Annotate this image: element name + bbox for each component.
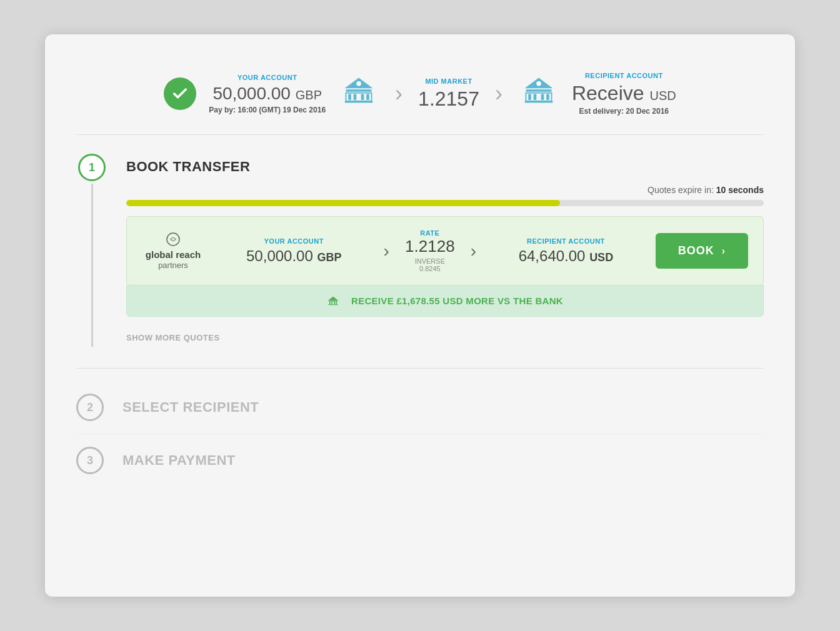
lower-steps: 2 SELECT RECIPIENT 3 MAKE PAYMENT (76, 368, 764, 487)
summary-pay-by: Pay by: 16:00 (GMT) 19 Dec 2016 (209, 106, 326, 114)
book-arrow-icon: › (722, 246, 726, 256)
summary-your-amount: 50,000.00 GBP (209, 84, 326, 104)
book-button[interactable]: BOOK › (656, 233, 748, 269)
quotes-expire-seconds: 10 seconds (716, 185, 764, 195)
svg-rect-6 (345, 101, 373, 102)
quote-arrow-1: › (384, 241, 389, 261)
quote-your-account-label: YOUR ACCOUNT (217, 237, 371, 245)
step2-circle: 2 (76, 394, 104, 421)
provider-sub: partners (158, 261, 188, 270)
summary-your-account: YOUR ACCOUNT 50,000.00 GBP Pay by: 16:00… (209, 74, 326, 114)
summary-mid-market-label: MID MARKET (418, 77, 479, 85)
savings-text: RECEIVE £1,678.55 USD MORE VS THE BANK (351, 296, 563, 306)
step1-content: BOOK TRANSFER Quotes expire in: 10 secon… (126, 154, 764, 349)
top-summary: YOUR ACCOUNT 50,000.00 GBP Pay by: 16:00… (76, 59, 764, 135)
svg-rect-12 (534, 94, 537, 99)
svg-marker-25 (328, 297, 338, 301)
svg-rect-2 (348, 94, 351, 99)
svg-rect-3 (354, 94, 357, 99)
step2-row: 2 SELECT RECIPIENT (76, 381, 764, 434)
provider-name: global reach (146, 249, 201, 261)
summary-recipient-label: RECIPIENT ACCOUNT (572, 72, 676, 79)
quote-arrow-2: › (471, 241, 476, 261)
summary-receive: Receive USD (572, 82, 676, 105)
svg-rect-11 (528, 94, 531, 99)
svg-rect-5 (366, 94, 369, 99)
arrow-2: › (495, 82, 502, 105)
quote-your-amount: 50,000.00 GBP (217, 247, 371, 265)
bank-savings-bar: RECEIVE £1,678.55 USD MORE VS THE BANK (126, 285, 764, 317)
svg-rect-22 (334, 302, 335, 305)
step1-circle: 1 (78, 154, 106, 181)
provider-logo: global reach partners (142, 232, 204, 270)
svg-rect-9 (526, 89, 551, 92)
quote-recipient-label: RECIPIENT ACCOUNT (489, 237, 643, 245)
quote-your-account: YOUR ACCOUNT 50,000.00 GBP (217, 237, 371, 265)
svg-rect-15 (525, 101, 553, 102)
svg-rect-4 (361, 94, 364, 99)
svg-rect-21 (331, 302, 332, 305)
svg-rect-14 (546, 94, 549, 99)
svg-point-17 (536, 81, 541, 86)
svg-rect-19 (329, 301, 338, 302)
progress-bar-fill (126, 200, 560, 206)
main-card: YOUR ACCOUNT 50,000.00 GBP Pay by: 16:00… (45, 34, 795, 597)
svg-rect-23 (336, 302, 337, 305)
step1-connector (91, 184, 93, 347)
step1-wrapper: 1 BOOK TRANSFER Quotes expire in: 10 sec… (76, 154, 764, 349)
progress-bar-container (126, 200, 764, 206)
quote-card: global reach partners YOUR ACCOUNT 50,00… (126, 216, 764, 317)
svg-point-18 (167, 233, 179, 246)
arrow-1: › (395, 82, 402, 105)
quote-recipient-account: RECIPIENT ACCOUNT 64,640.00 USD (489, 237, 643, 265)
completed-check (164, 77, 196, 110)
svg-rect-20 (329, 302, 331, 305)
show-more-quotes-link[interactable]: SHOW MORE QUOTES (126, 333, 220, 342)
summary-est-delivery: Est delivery: 20 Dec 2016 (572, 107, 676, 116)
step3-title: MAKE PAYMENT (122, 452, 236, 469)
quote-row: global reach partners YOUR ACCOUNT 50,00… (126, 216, 764, 286)
rate-value: 1.2128 (402, 237, 458, 256)
show-more-section: SHOW MORE QUOTES (126, 317, 764, 349)
rate-inverse: INVERSE 0.8245 (402, 257, 458, 272)
svg-rect-0 (346, 89, 372, 92)
summary-mid-market-rate: 1.2157 (418, 87, 479, 111)
step3-row: 3 MAKE PAYMENT (76, 434, 764, 487)
source-bank-icon (341, 73, 376, 115)
step2-title: SELECT RECIPIENT (122, 399, 259, 415)
rate-label: RATE (402, 229, 458, 237)
quotes-expire: Quotes expire in: 10 seconds (126, 185, 764, 195)
step3-circle: 3 (76, 447, 104, 474)
step1-line: 1 (76, 154, 108, 349)
summary-mid-market: MID MARKET 1.2157 (418, 77, 479, 111)
recipient-bank-icon (521, 73, 556, 115)
summary-recipient-account: RECIPIENT ACCOUNT Receive USD Est delive… (572, 72, 676, 116)
quote-rate-block: RATE 1.2128 INVERSE 0.8245 (402, 229, 458, 272)
step1-title: BOOK TRANSFER (126, 159, 764, 175)
savings-bank-icon (327, 294, 346, 307)
svg-rect-13 (541, 94, 544, 99)
quote-recipient-amount: 64,640.00 USD (489, 247, 643, 265)
summary-your-account-label: YOUR ACCOUNT (209, 74, 326, 81)
svg-point-8 (356, 81, 361, 86)
svg-rect-24 (328, 305, 338, 306)
